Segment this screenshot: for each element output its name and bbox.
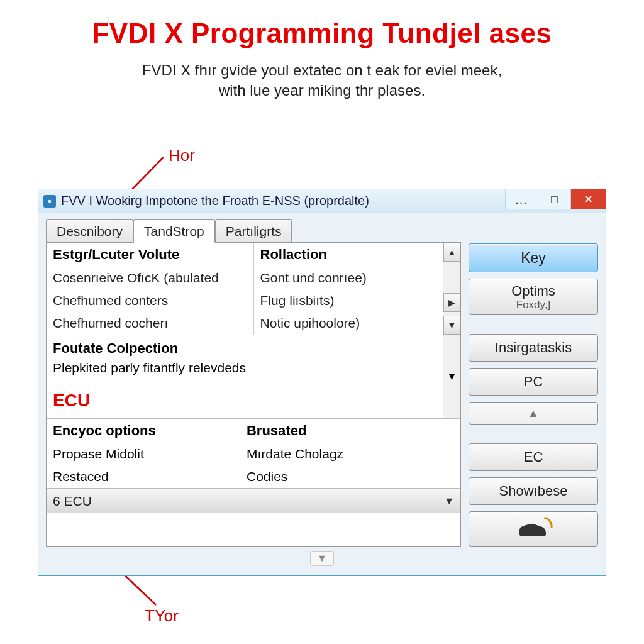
key-button[interactable]: Key [469,243,598,272]
subtitle-line2: with lue year miking thr plases. [219,82,425,99]
table-row[interactable]: Restaced Codies [47,465,460,488]
optims-sub: Foxdy,] [516,299,550,311]
table-row[interactable]: Propase Midolit Mırdate Cholagz [47,443,460,465]
window-body: Descnibory TandStrop Partıligrts Estgr/L… [38,213,606,575]
window-controls: … □ ✕ [505,189,606,213]
table-header: Estgr/Lcuter Volute Rollaction [47,243,443,267]
section-body: Plepkited parly fitantfly relevdeds [47,359,443,380]
left-panel: Estgr/Lcuter Volute Rollaction Cosenrıei… [46,242,461,547]
bottom-expand[interactable]: ▼ [46,550,598,567]
tab-partiligrts[interactable]: Partıligrts [215,219,292,242]
table-estgr: Estgr/Lcuter Volute Rollaction Cosenrıei… [47,243,460,335]
chevron-down-icon: ▼ [444,496,454,507]
chevron-down-icon: ▼ [447,371,457,382]
page-title: FVDI X Programming Tundjel ases [0,0,644,49]
right-panel: Key Optims Foxdy,] Insirgataskis PC ▲ EC… [469,242,598,547]
scroll-up-icon[interactable]: ▲ [443,243,460,262]
content-row: Estgr/Lcuter Volute Rollaction Cosenrıei… [46,242,598,547]
ec-button[interactable]: EC [469,443,598,471]
scroll-right-icon[interactable]: ▶ [443,293,460,312]
insirgataskis-button[interactable]: Insirgataskis [469,334,598,362]
cell: Codies [240,465,460,488]
cell: Restaced [47,465,240,488]
ecu-combo[interactable]: 6 ECU ▼ [47,488,460,513]
section-foutate: Foutate Colpection Plepkited parly fitan… [47,335,460,419]
tab-descnibory[interactable]: Descnibory [46,219,133,242]
annotation-tyor: TYor [145,606,179,626]
combo-value: 6 ECU [53,494,92,509]
table-row[interactable]: Cosenrıeive OfıcK (abulated Gont und con… [47,267,443,289]
showbase-button[interactable]: Showıbese [469,477,598,505]
maximize-button[interactable]: □ [538,189,570,209]
tab-tandstrop[interactable]: TandStrop [133,219,215,243]
app-icon [43,195,56,208]
table-row[interactable]: Chefhumed conters Flug liısbiıts) [47,289,443,312]
scroll-down-icon[interactable]: ▼ [443,316,460,335]
cell: Mırdate Cholagz [240,443,460,465]
vehicle-button[interactable] [469,511,598,547]
close-button[interactable]: ✕ [570,189,606,209]
cell: Cosenrıeive OfıcK (abulated [47,267,253,289]
page-subtitle: FVDI X fhır gvide youl extatec on t eak … [0,60,644,101]
scrollbar[interactable]: ▲ ▶ ▼ [443,243,460,335]
col-brusated: Brusated [240,419,460,443]
dropdown-toggle[interactable]: ▼ [443,335,460,418]
cell: Notic upihoolore) [253,312,443,335]
table-header: Encyoc options Brusated [47,419,460,443]
table-encyoc: Encyoc options Brusated Propase Midolit … [47,419,460,488]
cell: Propase Midolit [47,443,240,465]
ecu-label: ECU [47,380,443,418]
annotation-hor: Hor [169,146,195,165]
tabs: Descnibory TandStrop Partıligrts [46,219,598,242]
optims-button[interactable]: Optims Foxdy,] [469,279,598,315]
col-encyoc: Encyoc options [47,419,240,443]
col-estgr: Estgr/Lcuter Volute [47,243,253,267]
col-rollaction: Rollaction [253,243,443,267]
pc-button[interactable]: PC [469,368,598,396]
car-signal-icon [516,519,551,539]
arrow-up-icon: ▲ [528,407,539,420]
up-button[interactable]: ▲ [469,402,598,425]
chevron-down-icon: ▼ [310,551,334,566]
window-title: FVV I Wookirg Impotone the Froath E-NSS … [61,194,505,208]
table-row[interactable]: Chefhumed cocherı Notic upihoolore) [47,312,443,335]
app-window: FVV I Wookirg Impotone the Froath E-NSS … [38,189,606,576]
titlebar[interactable]: FVV I Wookirg Impotone the Froath E-NSS … [38,189,606,213]
cell: Flug liısbiıts) [253,289,443,312]
cell: Gont und conrıee) [253,267,443,289]
subtitle-line1: FVDI X fhır gvide youl extatec on t eak … [142,62,502,79]
optims-label: Optims [511,283,555,299]
cell: Chefhumed conters [47,289,253,312]
cell: Chefhumed cocherı [47,312,253,335]
section-header: Foutate Colpection [53,340,178,357]
menu-button[interactable]: … [505,189,538,209]
